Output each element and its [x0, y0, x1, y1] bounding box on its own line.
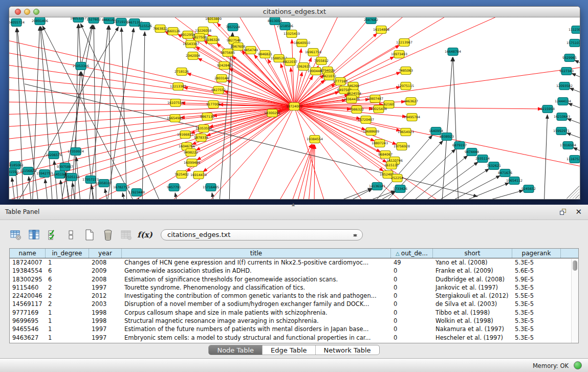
graph-node-9177006[interactable]: 9177006	[206, 101, 221, 108]
citation-edge-black[interactable]	[572, 73, 580, 84]
column-header-pagerank[interactable]: pagerank	[512, 249, 561, 258]
minimize-traffic-light-icon[interactable]	[24, 9, 30, 15]
graph-node-8912954[interactable]: 8912954	[181, 31, 195, 39]
column-header-in_degree[interactable]: in_degree	[46, 249, 89, 258]
graph-node-16154808[interactable]: 16154808	[373, 26, 389, 34]
graph-node-11123004[interactable]: 11123004	[569, 26, 580, 34]
graph-node-9457791[interactable]: 9457791	[167, 184, 181, 191]
graph-node-16961758[interactable]: 16961758	[305, 49, 321, 56]
table-row[interactable]: 946554611997Estimation of the future num…	[10, 325, 578, 333]
table-row[interactable]: 1830029562008Estimation of significance …	[10, 275, 578, 283]
graph-node-8471676[interactable]: 8471676	[498, 169, 512, 177]
citation-edge-red[interactable]	[294, 49, 301, 106]
close-panel-button[interactable]: ✕	[575, 207, 582, 216]
citation-edge-black[interactable]	[570, 88, 580, 99]
graph-node-16648784[interactable]: 16648784	[445, 48, 461, 56]
table-row[interactable]: 1938455462009Genome-wide association stu…	[10, 267, 578, 275]
graph-node-8215958[interactable]: 8215958	[540, 105, 555, 113]
graph-node-7986322[interactable]: 7986322	[350, 106, 364, 114]
citation-edge-black[interactable]	[416, 162, 478, 199]
graph-node-7955812[interactable]: 7955812	[314, 57, 329, 65]
citation-edge-red[interactable]	[9, 89, 294, 106]
table-row[interactable]: 2242004622012Investigating the contribut…	[10, 292, 578, 300]
table-row[interactable]: 946362711997Embryonic stem cells: a mode…	[10, 334, 578, 342]
column-header-out_de[interactable]: △out_de...	[391, 249, 433, 258]
zoom-traffic-light-icon[interactable]	[33, 9, 39, 15]
graph-node-12093582[interactable]: 12093582	[556, 82, 573, 90]
graph-node-9474444[interactable]: 9474444	[465, 148, 479, 156]
citation-edge-black[interactable]	[60, 180, 63, 199]
graph-node-19756928[interactable]: 19756928	[394, 143, 410, 150]
graph-node-1615132[interactable]: 1615132	[384, 162, 399, 169]
citation-edge-red[interactable]	[294, 72, 302, 106]
graph-node-2803144[interactable]: 2803144	[214, 75, 229, 82]
graph-node-8454749[interactable]: 8454749	[244, 47, 258, 54]
citation-edge-black[interactable]	[45, 179, 48, 199]
graph-node-1733426[interactable]: 1733426	[393, 185, 407, 193]
close-traffic-light-icon[interactable]	[15, 9, 21, 15]
graph-node-16782759[interactable]: 16782759	[113, 184, 129, 191]
network-window-titlebar[interactable]: citations_edges.txt	[9, 7, 580, 17]
citation-edge-black[interactable]	[142, 32, 145, 199]
graph-node-2718126[interactable]: 2718126	[175, 68, 189, 76]
citation-edge-red[interactable]	[203, 106, 294, 172]
graph-node-9245652[interactable]: 9245652	[521, 185, 536, 193]
citation-edge-black[interactable]	[12, 178, 15, 199]
citation-edge-black[interactable]	[79, 24, 81, 66]
graph-node-93975887[interactable]: 93975887	[57, 163, 73, 171]
graph-node-12975115[interactable]: 12975115	[398, 82, 414, 90]
graph-node-19166827[interactable]: 19166827	[177, 131, 193, 139]
table-row[interactable]: 911546021997Tourette syndrome. Phenomeno…	[10, 283, 578, 292]
graph-node-16099489[interactable]: 16099489	[184, 159, 200, 167]
graph-node-19495784[interactable]: 19495784	[404, 114, 420, 121]
column-header-name[interactable]: name	[10, 249, 46, 258]
graph-node-24055724[interactable]: 24055724	[9, 19, 25, 27]
citation-edge-black[interactable]	[321, 188, 372, 199]
splitter-handle-icon[interactable]: ▲	[292, 203, 296, 206]
graph-node-5878334[interactable]: 5878334	[194, 134, 208, 142]
select-rows-button[interactable]	[46, 228, 59, 242]
citation-edge-black[interactable]	[568, 103, 580, 115]
scrollbar-thumb[interactable]	[573, 260, 577, 271]
graph-node-14136141[interactable]: 14136141	[369, 183, 385, 190]
graph-node-15716485[interactable]: 15716485	[203, 184, 219, 191]
graph-node-8186328[interactable]: 8186328	[205, 36, 220, 44]
citation-edge-black[interactable]	[106, 28, 134, 199]
column-header-year[interactable]: year	[89, 249, 122, 258]
table-scrollbar[interactable]	[571, 259, 578, 343]
citation-edge-black[interactable]	[453, 57, 459, 199]
citation-network-graph[interactable]: 1872400716053809232260589827508818632898…	[9, 17, 580, 199]
citation-edge-black[interactable]	[121, 28, 127, 199]
graph-node-15751074[interactable]: 15751074	[567, 39, 580, 47]
table-row[interactable]: 1872400712008Changes of HCN gene express…	[10, 258, 578, 267]
graph-node-19654923[interactable]: 19654923	[398, 128, 414, 136]
graph-node-21053346[interactable]: 21053346	[73, 62, 89, 70]
table-row[interactable]: 977716911998Corpus callosum shape and si…	[10, 309, 578, 317]
citation-edge-black[interactable]	[350, 191, 395, 199]
graph-node-11167533[interactable]: 11167533	[567, 156, 580, 163]
network-window[interactable]: citations_edges.txt 18724007160538092322…	[9, 6, 580, 200]
citation-edge-black[interactable]	[122, 193, 126, 199]
graph-node-8427552[interactable]: 8427552	[211, 86, 226, 94]
citation-edge-black[interactable]	[575, 60, 580, 71]
graph-node-20891406[interactable]: 20891406	[32, 17, 48, 25]
citation-edge-black[interactable]	[544, 115, 548, 199]
graph-node-19384554[interactable]: 19384554	[307, 136, 323, 143]
graph-node-10688609[interactable]: 10688609	[363, 128, 379, 136]
column-header-short[interactable]: short	[433, 249, 512, 258]
citation-edge-red[interactable]	[314, 145, 315, 199]
graph-node-9242848[interactable]: 9242848	[217, 62, 231, 70]
graph-node-9660126[interactable]: 9660126	[166, 28, 180, 35]
graph-node-10654112[interactable]: 10654112	[506, 177, 522, 185]
graph-node-18640910[interactable]: 18640910	[294, 39, 310, 47]
graph-node-9329965[interactable]: 9329965	[562, 54, 577, 62]
graph-node-9498222[interactable]: 9498222	[184, 149, 198, 157]
graph-node-12444134[interactable]: 12444134	[555, 98, 571, 105]
tab-node-table[interactable]: Node Table	[209, 345, 263, 355]
graph-node-16210643[interactable]: 16210643	[554, 113, 570, 121]
tab-edge-table[interactable]: Edge Table	[263, 345, 315, 355]
graph-node-2087682[interactable]: 2087682	[364, 17, 378, 24]
graph-node-6879197[interactable]: 6879197	[452, 142, 467, 149]
graph-node-8822037[interactable]: 8822037	[283, 58, 297, 66]
graph-node-16053257[interactable]: 16053257	[70, 17, 86, 23]
